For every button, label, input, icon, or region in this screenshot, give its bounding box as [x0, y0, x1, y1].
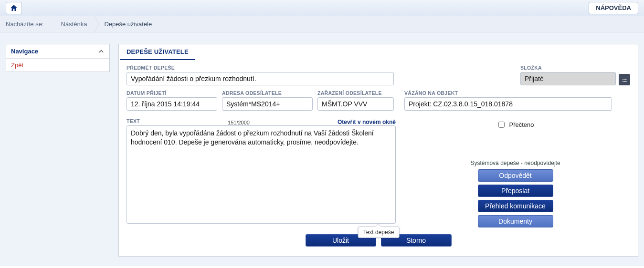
label-bound: VÁZÁNO NA OBJEKT: [404, 90, 612, 96]
help-button[interactable]: NÁPOVĚDA: [589, 2, 638, 14]
comm-overview-button[interactable]: Přehled komunikace: [478, 200, 553, 212]
bound-object-input[interactable]: [404, 97, 612, 111]
content: DEPEŠE UŽIVATELE PŘEDMĚT DEPEŠE SLOŽKA: [118, 44, 638, 257]
breadcrumb-item-current: Depeše uživatele: [95, 16, 159, 32]
documents-button[interactable]: Dokumenty: [478, 215, 553, 227]
breadcrumb-item-label: Nástěnka: [61, 21, 87, 28]
breadcrumb-item-label: Depeše uživatele: [104, 21, 152, 28]
panel-body: PŘEDMĚT DEPEŠE SLOŽKA: [119, 60, 638, 256]
breadcrumb-label: Nacházíte se:: [6, 21, 52, 28]
subject-input[interactable]: [127, 72, 394, 85]
nav-back-link[interactable]: Zpět: [6, 59, 109, 72]
text-counter: 151/2000: [228, 120, 250, 125]
top-bar: NÁPOVĚDA: [0, 0, 644, 16]
sidebar: Navigace Zpět: [6, 44, 110, 257]
list-icon: [621, 76, 628, 83]
home-icon: [10, 4, 18, 12]
label-read: Přečteno: [509, 121, 534, 128]
label-folder: SLOŽKA: [520, 65, 616, 71]
label-text: TEXT: [127, 118, 140, 124]
label-received: DATUM PŘIJETÍ: [127, 90, 217, 96]
breadcrumb: Nacházíte se: Nástěnka Depeše uživatele: [0, 16, 644, 32]
label-subject: PŘEDMĚT DEPEŠE: [127, 65, 394, 71]
label-sender: ADRESA ODESÍLATELE: [222, 90, 313, 96]
read-checkbox[interactable]: [498, 122, 505, 128]
open-in-new-window-link[interactable]: Otevřít v novém okně: [338, 119, 396, 125]
sender-input[interactable]: [222, 97, 313, 111]
folder-input: [520, 72, 616, 85]
sender-class-input[interactable]: [317, 97, 394, 111]
main-area: Navigace Zpět DEPEŠE UŽIVATELE PŘEDMĚT D…: [0, 32, 644, 266]
breadcrumb-item-dashboard[interactable]: Nástěnka: [52, 16, 95, 32]
forward-button[interactable]: Přeposlat: [478, 185, 553, 197]
actions-note: Systémová depeše - neodpovídejte: [413, 160, 618, 166]
nav-title: Navigace: [11, 48, 38, 55]
bottom-actions: Text depeše Uložit Storno: [127, 227, 630, 248]
panel-title: DEPEŠE UŽIVATELE: [120, 44, 195, 60]
nav-panel: Navigace Zpět: [6, 44, 110, 72]
text-tooltip: Text depeše: [358, 227, 400, 238]
folder-picker-button[interactable]: [619, 74, 630, 85]
panel: DEPEŠE UŽIVATELE PŘEDMĚT DEPEŠE SLOŽKA: [118, 44, 638, 257]
reply-button[interactable]: Odpovědět: [478, 169, 553, 182]
label-sender-class: ZAŘAZENÍ ODESÍLATELE: [317, 90, 394, 96]
text-textarea[interactable]: [127, 125, 396, 224]
home-button[interactable]: [6, 2, 22, 14]
nav-header[interactable]: Navigace: [6, 44, 109, 59]
chevron-up-icon: [98, 48, 105, 55]
received-input[interactable]: [127, 97, 217, 111]
